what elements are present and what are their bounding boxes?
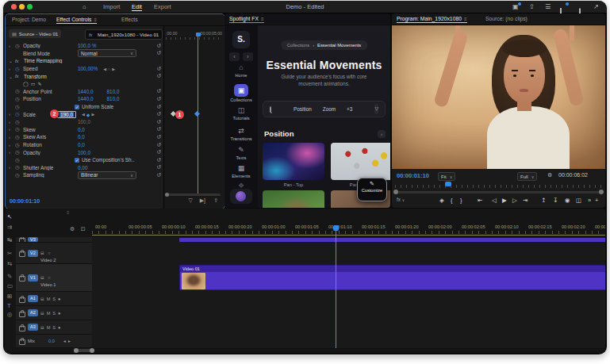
step-back-button[interactable]: ◁	[492, 197, 497, 204]
timeline-playhead-head[interactable]	[333, 225, 339, 231]
filter-properties-icon[interactable]: ▽	[189, 197, 193, 204]
ec-playhead-line[interactable]	[198, 36, 198, 193]
twirl-icon[interactable]: ›	[9, 67, 13, 71]
step-forward-button[interactable]: ▷	[512, 197, 517, 204]
clip-video-01[interactable]: Video 01	[179, 265, 605, 290]
account-tile[interactable]	[230, 189, 252, 204]
share-icon[interactable]: ⇧	[529, 3, 535, 10]
next-keyframe-icon[interactable]: ▸	[68, 339, 71, 343]
playback-resolution-select[interactable]: Full∨	[517, 172, 537, 181]
param-value[interactable]: 0,0	[78, 127, 85, 132]
voiceover-record-icon[interactable]: ●	[58, 297, 60, 301]
sync-lock-icon[interactable]: ⊟	[40, 251, 44, 255]
timeline-settings-wrench-icon[interactable]: ⚙	[70, 226, 75, 232]
home-icon[interactable]: ⌂	[82, 3, 86, 10]
sync-lock-icon[interactable]: ⊟	[40, 325, 44, 330]
type-tool[interactable]: T	[7, 302, 11, 309]
effect-row-opacity[interactable]: ›◷Opacity100,0 %↺	[9, 42, 163, 50]
program-mini-ruler[interactable]	[395, 182, 602, 188]
sidebar-item-home[interactable]: ⌂Home	[224, 63, 258, 78]
effect-row-anchor-point[interactable]: ◷Anchor Point1440,0810,0↺	[9, 88, 163, 96]
search-bar[interactable]: Position Zoom +3 ▽	[263, 101, 386, 117]
tab-effect-controls[interactable]: Effect Controls≡	[56, 17, 97, 24]
track-badge[interactable]: A2	[28, 309, 38, 316]
prev-keyframe-icon[interactable]: ◀	[82, 112, 85, 117]
effect-row-speed[interactable]: ›◷Speed100,00%◀○▶↺	[9, 65, 163, 73]
twirl-icon[interactable]: ›	[9, 135, 13, 140]
goto-in-button[interactable]: ⇤	[478, 197, 482, 204]
reset-icon[interactable]: ↺	[156, 164, 161, 171]
timeline-zoom-scrollbar[interactable]	[76, 349, 92, 352]
program-timecode[interactable]: 00:00:01:10	[397, 172, 429, 179]
effect-row-blend-mode[interactable]: Blend ModeNormal∨↺	[9, 50, 163, 58]
mark-out-button[interactable]: }	[460, 197, 462, 204]
track-badge[interactable]: A3	[28, 324, 38, 331]
twirl-icon[interactable]: ⌄	[9, 58, 13, 63]
goto-out-button[interactable]: ⇥	[523, 197, 528, 204]
next-keyframe-icon[interactable]: ▶	[91, 112, 94, 117]
add-marker-button[interactable]: ◈	[439, 197, 444, 204]
selection-tool[interactable]: ↖	[7, 213, 12, 220]
effect-row-scale-height[interactable]: ›◷100,0↺	[9, 118, 163, 126]
filter-chip-zoom[interactable]: Zoom	[323, 106, 336, 112]
track-output-icon[interactable]: ○	[48, 275, 50, 280]
track-header-a1[interactable]: A1⊟MS●	[16, 292, 92, 306]
blend-mode-select[interactable]: Normal∨	[78, 49, 136, 57]
stopwatch-icon[interactable]: ◷	[15, 142, 21, 148]
lift-button[interactable]: ↥	[541, 197, 546, 204]
ec-playhead-head[interactable]	[196, 33, 201, 36]
lock-icon[interactable]	[19, 276, 25, 282]
reset-icon[interactable]: ↺	[156, 88, 161, 94]
comparison-view-button[interactable]: ◫	[576, 197, 581, 204]
param-value[interactable]: 100,00%	[78, 66, 98, 71]
reset-icon[interactable]: ↺	[156, 157, 161, 163]
stopwatch-icon[interactable]: ◷	[15, 111, 21, 117]
track-lane-a1[interactable]	[92, 292, 605, 307]
prev-keyframe-icon[interactable]: ◀	[103, 67, 106, 71]
solo-button[interactable]: S	[52, 311, 56, 316]
mute-button[interactable]: M	[47, 311, 51, 316]
stopwatch-icon[interactable]: ◷	[15, 134, 21, 140]
reset-icon[interactable]: ↺	[156, 66, 161, 72]
stopwatch-icon[interactable]: ◷	[15, 104, 21, 110]
solo-button[interactable]: S	[52, 297, 56, 301]
timeline-playhead-line[interactable]	[336, 230, 336, 348]
track-header-a3[interactable]: A3⊟MS●	[16, 320, 92, 335]
twirl-icon[interactable]: ›	[9, 165, 13, 170]
stopwatch-icon[interactable]: ◷	[15, 43, 21, 49]
track-badge[interactable]: V1	[28, 274, 38, 282]
export-icon[interactable]: ⇧	[213, 197, 218, 204]
track-badge[interactable]: A1	[28, 295, 38, 302]
track-output-icon[interactable]: ○	[48, 251, 50, 255]
param-value-x[interactable]: 1440,0	[78, 89, 94, 94]
panel-menu-icon[interactable]: ≡	[94, 17, 97, 22]
sidebar-item-collections[interactable]: ▣Collections	[224, 84, 258, 102]
voiceover-record-icon[interactable]: ●	[58, 325, 60, 330]
effect-row-uniform-scale[interactable]: ◷✓Uniform Scale↺	[9, 103, 163, 111]
reset-icon[interactable]: ↺	[156, 119, 161, 125]
effect-row-sampling[interactable]: ◷SamplingBilinear∨↺	[9, 171, 163, 179]
ec-timecode[interactable]: 00:00:01:10	[10, 198, 40, 204]
fx-overlay-menu[interactable]: fx ∨	[397, 197, 405, 202]
twirl-icon[interactable]: ›	[9, 143, 13, 148]
zoom-level-select[interactable]: Fit∨	[438, 172, 455, 181]
stopwatch-icon[interactable]: ◷	[15, 88, 21, 94]
breadcrumb[interactable]: Collections › Essential Movements	[281, 40, 367, 50]
effect-keyframe-lane[interactable]: ;00;00 00;00;05;00	[163, 26, 224, 209]
effect-row-rotation[interactable]: ›◷Rotation0,0↺	[9, 141, 163, 149]
source-clip-tab[interactable]: ▤ Source - Video 01	[9, 29, 61, 38]
play-in-to-out-icon[interactable]: ▶]	[200, 197, 205, 204]
reset-icon[interactable]: ↺	[156, 149, 161, 155]
lock-icon[interactable]	[19, 312, 25, 317]
sampling-select[interactable]: Bilinear∨	[78, 171, 136, 179]
panel-menu-icon[interactable]: ≡	[464, 17, 467, 21]
param-value-y[interactable]: 810,0	[107, 96, 120, 102]
track-lane-a2[interactable]	[92, 306, 605, 321]
effect-row-shutter-angle[interactable]: ›◷Shutter Angle0,00↺	[9, 164, 163, 172]
effect-row-position[interactable]: ◷Position1440,0810,0↺	[9, 95, 163, 103]
reset-icon[interactable]: ↺	[156, 50, 161, 56]
breadcrumb-parent[interactable]: Collections	[287, 43, 309, 48]
customize-button[interactable]: ✎ Customize	[357, 178, 387, 201]
twirl-icon[interactable]: ›	[9, 150, 13, 155]
track-lane-v2[interactable]	[92, 243, 605, 265]
